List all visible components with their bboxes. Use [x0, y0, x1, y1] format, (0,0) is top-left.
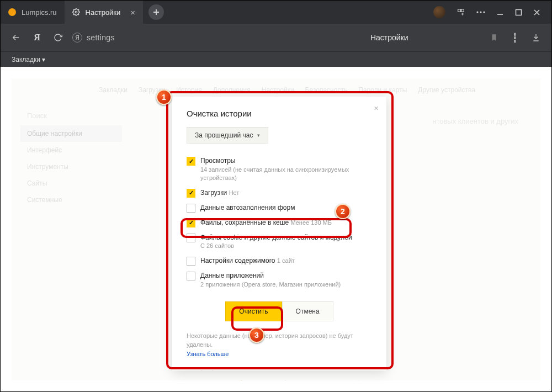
- clear-button[interactable]: Очистить: [225, 301, 282, 321]
- checkbox[interactable]: [187, 189, 195, 198]
- page-title: Настройки: [370, 33, 408, 42]
- more-icon[interactable]: [476, 11, 485, 13]
- svg-rect-2: [461, 9, 464, 12]
- minimize-button[interactable]: [496, 8, 504, 16]
- svg-rect-1: [458, 9, 461, 12]
- clear-history-dialog: × Очистка истории За прошедший час ▾ Про…: [172, 97, 386, 370]
- cancel-button[interactable]: Отмена: [282, 301, 333, 321]
- checkbox[interactable]: [187, 204, 195, 213]
- collections-icon[interactable]: [457, 8, 465, 17]
- checkbox[interactable]: [187, 257, 195, 266]
- lumpics-favicon: [8, 8, 16, 16]
- tab-label: Lumpics.ru: [22, 8, 57, 17]
- chevron-down-icon: ▾: [257, 133, 260, 138]
- url-text: settings: [87, 33, 115, 42]
- close-button[interactable]: [533, 9, 540, 16]
- new-tab-button[interactable]: [148, 4, 164, 20]
- svg-point-0: [75, 11, 77, 13]
- svg-rect-6: [516, 9, 522, 15]
- site-icon: Я: [72, 33, 82, 43]
- bookmarks-bar: Закладки ▾: [1, 51, 551, 67]
- time-range-dropdown[interactable]: За прошедший час ▾: [187, 127, 268, 144]
- dropdown-label: За прошедший час: [195, 131, 253, 139]
- maximize-button[interactable]: [515, 9, 522, 16]
- svg-point-5: [483, 11, 485, 13]
- download-icon[interactable]: [529, 33, 543, 42]
- checkbox[interactable]: [187, 219, 195, 227]
- svg-point-4: [480, 11, 481, 13]
- option-views[interactable]: Просмотры14 записей (не считая данных на…: [187, 153, 372, 186]
- checkbox[interactable]: [187, 234, 195, 242]
- address-field[interactable]: Я settings Настройки: [72, 33, 408, 43]
- tab-settings[interactable]: Настройки ×: [65, 1, 144, 24]
- gear-icon: [72, 8, 80, 16]
- badge-2: 2: [335, 204, 351, 219]
- option-cookies[interactable]: Файлы cookie и другие данные сайтов и мо…: [187, 230, 372, 253]
- bookmark-icon[interactable]: [487, 33, 501, 42]
- dialog-note: Некоторые данные (например, история запр…: [187, 331, 372, 359]
- address-bar: Я Я settings Настройки ┇: [1, 24, 551, 51]
- close-icon[interactable]: ×: [130, 8, 135, 17]
- avatar[interactable]: [433, 6, 445, 18]
- dialog-title: Очистка истории: [187, 109, 372, 118]
- kebab-icon[interactable]: ┇: [508, 33, 522, 43]
- option-downloads[interactable]: Загрузки Нет: [187, 186, 372, 200]
- window-controls: [433, 6, 551, 18]
- option-apps[interactable]: Данные приложений2 приложения (Opera sto…: [187, 268, 372, 292]
- close-icon[interactable]: ×: [374, 103, 379, 113]
- bookmarks-menu[interactable]: Закладки ▾: [12, 56, 45, 63]
- svg-point-3: [476, 11, 478, 13]
- badge-1: 1: [156, 89, 172, 105]
- reload-button[interactable]: [51, 33, 65, 42]
- title-bar: Lumpics.ru Настройки ×: [1, 1, 551, 24]
- checkbox[interactable]: [187, 157, 195, 166]
- checkbox[interactable]: [187, 272, 195, 280]
- learn-more-link[interactable]: Узнать больше: [187, 349, 372, 359]
- tab-label: Настройки: [86, 8, 121, 17]
- badge-3: 3: [249, 327, 264, 343]
- tab-lumpics[interactable]: Lumpics.ru: [1, 1, 65, 24]
- back-button[interactable]: [9, 33, 23, 43]
- option-content[interactable]: Настройки содержимого 1 сайт: [187, 253, 372, 268]
- yandex-logo[interactable]: Я: [30, 33, 44, 43]
